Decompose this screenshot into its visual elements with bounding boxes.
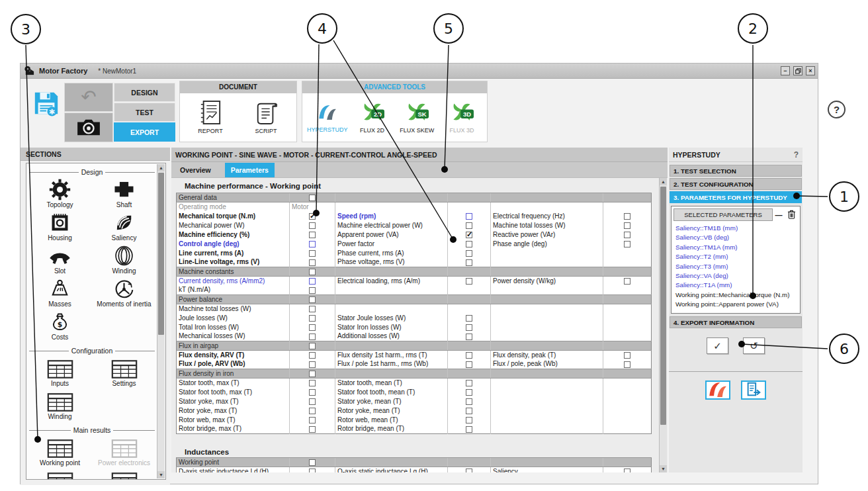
checkbox[interactable] xyxy=(466,408,472,414)
checkbox[interactable] xyxy=(466,259,472,266)
checkbox[interactable] xyxy=(309,259,316,266)
tab-overview[interactable]: Overview xyxy=(174,163,217,177)
selected-parameter-item[interactable]: Saliency::T2 (mm) xyxy=(675,252,796,261)
checkbox[interactable] xyxy=(466,278,472,285)
checkbox[interactable] xyxy=(309,324,316,331)
checkbox[interactable] xyxy=(309,426,316,433)
trash-button[interactable] xyxy=(785,209,798,220)
checkbox[interactable] xyxy=(309,287,316,294)
selected-parameter-item[interactable]: Saliency::VA (deg) xyxy=(675,271,796,281)
checkbox[interactable] xyxy=(309,241,316,247)
export-files-button[interactable] xyxy=(741,380,766,400)
checkbox[interactable] xyxy=(466,241,472,247)
flux-2d-button[interactable]: 2D FLUX 2D xyxy=(350,101,395,134)
checkbox[interactable] xyxy=(624,213,630,220)
test-button[interactable]: TEST xyxy=(114,103,175,122)
sidebar-item-masses[interactable]: Masses xyxy=(28,277,92,310)
step-test-selection[interactable]: 1. TEST SELECTION xyxy=(670,165,802,177)
sidebar-item-working-point[interactable]: Working point xyxy=(28,436,92,469)
checkbox[interactable] xyxy=(309,417,316,424)
flux-skew-button[interactable]: SK FLUX SKEW xyxy=(395,101,440,134)
checkbox[interactable] xyxy=(624,222,630,229)
checkbox[interactable] xyxy=(466,315,472,322)
sidebar-item-housing[interactable]: Housing xyxy=(28,211,92,244)
checkbox[interactable] xyxy=(466,352,472,359)
close-icon[interactable]: × xyxy=(806,66,815,75)
export-button[interactable]: EXPORT xyxy=(114,122,175,142)
checkbox[interactable] xyxy=(624,469,630,472)
checkbox[interactable] xyxy=(466,398,472,405)
save-button[interactable]: ✱ xyxy=(31,87,62,122)
selected-parameter-item[interactable]: Saliency::TM1A (mm) xyxy=(675,243,796,252)
selected-parameter-item[interactable]: Saliency::TM1B (mm) xyxy=(675,224,796,233)
sidebar-item-winding[interactable]: Winding xyxy=(93,244,156,277)
tab-parameters[interactable]: Parameters xyxy=(225,163,275,177)
launch-hyperstudy-button[interactable] xyxy=(705,380,730,400)
sections-scrollbar[interactable]: ▲ ▼ xyxy=(157,164,165,478)
checkbox[interactable] xyxy=(624,352,630,359)
checkbox[interactable] xyxy=(466,417,472,424)
checkbox[interactable] xyxy=(309,361,316,368)
checkbox[interactable] xyxy=(309,222,316,229)
checkbox[interactable] xyxy=(309,195,316,201)
report-button[interactable]: REPORT xyxy=(187,100,234,134)
selected-parameter-item[interactable]: Saliency::T1A (mm) xyxy=(675,281,796,290)
checkbox[interactable] xyxy=(466,380,472,386)
scroll-down-icon[interactable]: ▼ xyxy=(157,471,165,478)
sidebar-item-shaft[interactable]: Shaft xyxy=(93,178,156,211)
checkbox[interactable] xyxy=(309,459,316,466)
checkbox[interactable] xyxy=(466,232,472,238)
checkbox[interactable] xyxy=(309,352,316,359)
screenshot-button[interactable] xyxy=(64,112,113,142)
selected-parameter-item[interactable]: Saliency::VB (deg) xyxy=(675,233,796,242)
minimize-icon[interactable]: − xyxy=(781,66,790,75)
hyperstudy-help[interactable]: ? xyxy=(794,150,799,159)
undo-button[interactable]: ↶ xyxy=(64,83,113,112)
checkbox[interactable] xyxy=(309,213,316,220)
checkbox[interactable] xyxy=(309,278,316,285)
checkbox[interactable] xyxy=(466,469,472,472)
checkbox[interactable] xyxy=(466,250,472,257)
scroll-up-icon[interactable]: ▲ xyxy=(157,164,165,171)
checkbox[interactable] xyxy=(309,306,316,312)
sidebar-item-costs[interactable]: $Costs xyxy=(28,310,92,343)
checkbox[interactable] xyxy=(309,315,316,322)
checkbox[interactable] xyxy=(466,361,472,368)
main-scrollbar[interactable]: ▲ ▼ xyxy=(659,178,667,472)
checkbox[interactable] xyxy=(309,250,316,257)
reset-button[interactable]: ↺ xyxy=(743,337,765,354)
checkbox[interactable] xyxy=(466,324,472,331)
sidebar-item-saliency[interactable]: Saliency xyxy=(93,211,156,244)
scroll-down-icon[interactable]: ▼ xyxy=(660,465,667,472)
script-button[interactable]: SCRIPT xyxy=(243,100,289,134)
scroll-up-icon[interactable]: ▲ xyxy=(660,178,667,185)
checkbox[interactable] xyxy=(466,389,472,396)
checkbox[interactable] xyxy=(309,469,316,472)
checkbox[interactable] xyxy=(309,296,316,303)
remove-parameter-button[interactable]: — xyxy=(773,211,785,219)
sidebar-item-winding[interactable]: Winding xyxy=(28,390,92,423)
checkbox[interactable] xyxy=(466,426,472,433)
checkbox[interactable] xyxy=(466,222,472,229)
sidebar-item-settings[interactable]: Settings xyxy=(93,357,156,390)
restore-icon[interactable] xyxy=(793,66,803,75)
checkbox[interactable] xyxy=(309,380,316,386)
checkbox[interactable] xyxy=(309,408,316,414)
confirm-button[interactable]: ✓ xyxy=(707,337,728,354)
checkbox[interactable] xyxy=(624,278,630,285)
step-export-information[interactable]: 4. EXPORT INFORMATION xyxy=(670,316,802,328)
checkbox[interactable] xyxy=(309,389,316,396)
checkbox[interactable] xyxy=(309,343,316,349)
checkbox[interactable] xyxy=(466,334,472,340)
checkbox[interactable] xyxy=(309,334,316,340)
checkbox[interactable] xyxy=(624,241,630,247)
selected-parameter-item[interactable]: Working point::Apparent power (VA) xyxy=(675,300,796,309)
selected-parameter-item[interactable]: Saliency::T3 (mm) xyxy=(675,262,796,271)
checkbox[interactable] xyxy=(624,232,630,238)
step-test-configuration[interactable]: 2. TEST CONFIGURATION xyxy=(670,178,802,190)
design-button[interactable]: DESIGN xyxy=(114,83,175,102)
help-button[interactable]: ? xyxy=(828,101,846,118)
checkbox[interactable] xyxy=(309,398,316,405)
checkbox[interactable] xyxy=(309,232,316,238)
checkbox[interactable] xyxy=(466,213,472,220)
